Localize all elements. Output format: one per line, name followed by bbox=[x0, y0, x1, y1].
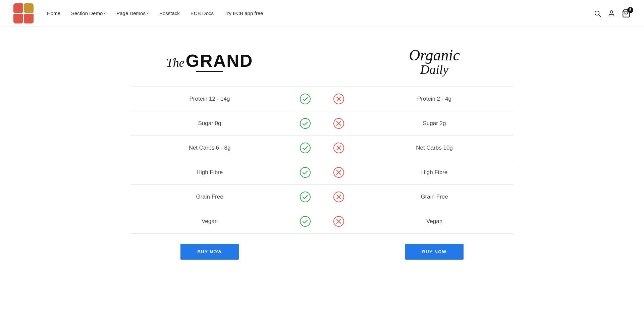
brand-left: The GRAND bbox=[131, 52, 288, 72]
svg-line-1 bbox=[599, 15, 601, 17]
cross-icon bbox=[333, 93, 345, 105]
nav-try-ecb[interactable]: Try ECB app free bbox=[224, 10, 263, 16]
left-label: Vegan bbox=[131, 212, 288, 231]
cross-icon bbox=[333, 117, 345, 129]
brand-right: Organic Daily bbox=[356, 47, 513, 76]
check-icon bbox=[299, 93, 311, 105]
buy-now-left-button[interactable]: BUY NOW bbox=[180, 244, 238, 260]
right-label: High Fibre bbox=[356, 163, 513, 182]
check-icon-col bbox=[288, 111, 322, 136]
left-label: Sugar 0g bbox=[131, 114, 288, 133]
left-label: Net Carbs 6 - 8g bbox=[131, 139, 288, 157]
cart-button[interactable]: 5 bbox=[622, 9, 631, 18]
right-label: Grain Free bbox=[356, 188, 513, 206]
check-icon-col bbox=[288, 160, 322, 184]
grand-the-text: The bbox=[166, 57, 184, 69]
nav-page-demos[interactable]: Page Demos ▾ bbox=[116, 10, 149, 16]
grand-grand-text: GRAND bbox=[186, 52, 253, 69]
buy-now-right-button[interactable]: BUY NOW bbox=[405, 244, 463, 260]
daily-text: Daily bbox=[409, 63, 460, 77]
logo[interactable] bbox=[13, 3, 34, 23]
main-content: The GRAND Organic Daily Protein 12 - 14g bbox=[104, 27, 540, 286]
account-button[interactable] bbox=[608, 10, 615, 17]
svg-point-20 bbox=[300, 192, 310, 202]
table-row: Grain Free Grain Free bbox=[131, 185, 513, 209]
buy-right: BUY NOW bbox=[356, 244, 513, 260]
buy-left: BUY NOW bbox=[131, 244, 288, 260]
left-label: Grain Free bbox=[131, 188, 288, 206]
nav-home[interactable]: Home bbox=[47, 10, 60, 16]
svg-point-12 bbox=[300, 143, 310, 153]
table-row: Vegan Vegan bbox=[131, 209, 513, 234]
comparison-rows: Protein 12 - 14g Protein 2 - 4g Sugar 0g bbox=[131, 87, 513, 234]
check-icon bbox=[299, 215, 311, 227]
table-row: Net Carbs 6 - 8g Net Carbs 10g bbox=[131, 136, 513, 160]
nav-icons: 5 bbox=[594, 9, 631, 18]
check-icon bbox=[299, 142, 311, 154]
cross-icon bbox=[333, 191, 345, 203]
cross-icon-col bbox=[322, 111, 356, 136]
check-icon bbox=[299, 117, 311, 129]
check-icon-col bbox=[288, 136, 322, 160]
left-label: High Fibre bbox=[131, 163, 288, 182]
table-row: Sugar 0g Sugar 2g bbox=[131, 111, 513, 136]
cross-icon bbox=[333, 142, 345, 154]
search-button[interactable] bbox=[594, 10, 601, 17]
organic-text: Organic bbox=[409, 47, 460, 64]
cart-count: 5 bbox=[627, 7, 633, 13]
nav-posstack[interactable]: Posstack bbox=[159, 10, 180, 16]
cross-icon bbox=[333, 166, 345, 178]
cross-icon-col bbox=[322, 87, 356, 111]
check-icon bbox=[299, 166, 311, 178]
svg-point-0 bbox=[595, 11, 599, 15]
svg-point-8 bbox=[300, 118, 310, 128]
chevron-down-icon: ▾ bbox=[104, 11, 106, 15]
cross-icon-col bbox=[322, 136, 356, 160]
check-icon-col bbox=[288, 87, 322, 111]
svg-point-24 bbox=[300, 216, 310, 226]
cross-icon-col bbox=[322, 185, 356, 209]
svg-point-2 bbox=[610, 10, 612, 13]
nav-ecb-docs[interactable]: ECB Docs bbox=[191, 10, 214, 16]
user-icon bbox=[608, 10, 615, 17]
check-icon-col bbox=[288, 209, 322, 233]
right-label: Net Carbs 10g bbox=[356, 139, 513, 157]
navbar: Home Section Demo ▾ Page Demos ▾ Posstac… bbox=[0, 0, 644, 27]
table-row: Protein 12 - 14g Protein 2 - 4g bbox=[131, 87, 513, 111]
svg-point-16 bbox=[300, 167, 310, 177]
grand-underline bbox=[196, 71, 223, 72]
cross-icon-col bbox=[322, 160, 356, 184]
right-label: Sugar 2g bbox=[356, 114, 513, 133]
check-icon-col bbox=[288, 185, 322, 209]
search-icon bbox=[594, 10, 601, 17]
brand-header-row: The GRAND Organic Daily bbox=[131, 47, 513, 87]
right-label: Protein 2 - 4g bbox=[356, 90, 513, 108]
buy-row: BUY NOW BUY NOW bbox=[131, 234, 513, 260]
grand-logo: The GRAND bbox=[166, 52, 253, 72]
cross-icon bbox=[333, 215, 345, 227]
organic-daily-logo: Organic Daily bbox=[409, 47, 460, 76]
svg-point-4 bbox=[300, 94, 310, 104]
nav-section-demo[interactable]: Section Demo ▾ bbox=[71, 10, 106, 16]
left-label: Protein 12 - 14g bbox=[131, 90, 288, 108]
chevron-down-icon: ▾ bbox=[147, 11, 149, 15]
comparison-table: The GRAND Organic Daily Protein 12 - 14g bbox=[131, 47, 513, 260]
cross-icon-col bbox=[322, 209, 356, 233]
check-icon bbox=[299, 191, 311, 203]
right-label: Vegan bbox=[356, 212, 513, 231]
nav-links: Home Section Demo ▾ Page Demos ▾ Posstac… bbox=[47, 10, 594, 16]
table-row: High Fibre High Fibre bbox=[131, 160, 513, 185]
